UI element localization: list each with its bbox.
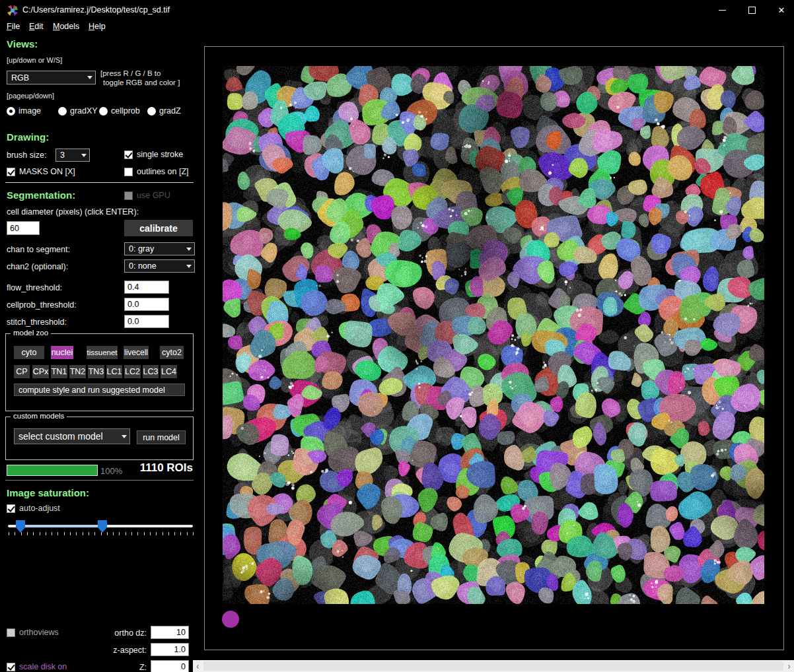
stitch-threshold-label: stitch_threshold: (7, 318, 67, 327)
flow-threshold-input[interactable] (124, 281, 169, 294)
minimize-icon (719, 10, 726, 11)
checkbox-box (7, 168, 15, 176)
horizontal-scrollbar[interactable]: ‹ › (193, 660, 794, 672)
chevron-down-icon (81, 154, 87, 157)
chan-to-segment-label: chan to segment: (7, 245, 70, 254)
model-cpx-button[interactable]: CPx (32, 365, 49, 378)
checkbox-box (7, 663, 15, 671)
z-input[interactable] (151, 660, 189, 672)
model-tn2-button[interactable]: TN2 (69, 365, 86, 378)
model-tissuenet-button[interactable]: tissuenet (87, 346, 118, 359)
brush-size-value: 3 (60, 151, 79, 160)
radio-dot (7, 107, 15, 116)
use-gpu-checkbox[interactable]: use GPU (124, 191, 170, 200)
calibrate-button[interactable]: calibrate (124, 220, 193, 236)
menu-help[interactable]: Help (89, 22, 106, 31)
ortho-dz-label: ortho dz: (99, 628, 147, 638)
scale-disk-checkbox[interactable]: scale disk on (7, 662, 67, 671)
single-stroke-checkbox[interactable]: single stroke (124, 150, 183, 159)
scroll-right-icon[interactable]: › (787, 661, 791, 671)
menu-bar: File Edit Models Help (0, 20, 794, 34)
saturation-slider-handle-high[interactable] (98, 520, 107, 533)
model-lc1-button[interactable]: LC1 (106, 365, 122, 378)
menu-edit[interactable]: Edit (29, 22, 44, 31)
chan2-select[interactable]: 0: none (124, 259, 195, 273)
scale-disk-label: scale disk on (19, 662, 67, 671)
auto-adjust-checkbox[interactable]: auto-adjust (7, 504, 60, 513)
window-title: C:/Users/ramirez.j/Desktop/test/cp_sd.ti… (22, 5, 170, 15)
rgb-hint-line1: [press R / G / B to (100, 69, 161, 77)
z-label: Z: (99, 663, 147, 672)
close-icon: ✕ (778, 6, 785, 15)
chan-to-segment-value: 0: gray (129, 244, 184, 253)
scrollbar-thumb[interactable] (203, 661, 783, 671)
radio-gradxy-label: gradXY (70, 106, 98, 116)
stitch-threshold-input[interactable] (124, 315, 169, 328)
app-icon (6, 4, 19, 17)
model-livecell-button[interactable]: livecell (124, 346, 149, 359)
orthoviews-checkbox[interactable]: orthoviews (7, 628, 59, 637)
flow-threshold-label: flow_threshold: (7, 283, 62, 292)
model-zoo-row1: cyto nuclei tissuenet livecell cyto2 (0, 346, 198, 359)
model-cyto-button[interactable]: cyto (14, 346, 44, 359)
model-zoo-title: model zoo (11, 329, 51, 337)
suggest-model-button[interactable]: compute style and run suggested model (14, 384, 185, 396)
model-lc2-button[interactable]: LC2 (124, 365, 141, 378)
maximize-icon (748, 7, 756, 14)
brush-size-select[interactable]: 3 (55, 149, 90, 162)
radio-dot (147, 107, 156, 116)
model-tn1-button[interactable]: TN1 (51, 365, 67, 378)
view-select-value: RGB (11, 73, 85, 83)
outlines-on-checkbox[interactable]: outlines on [Z] (124, 167, 189, 176)
model-lc3-button[interactable]: LC3 (143, 365, 159, 378)
checkbox-box (124, 191, 133, 200)
model-nuclei-button[interactable]: nuclei (51, 346, 73, 359)
model-zoo-row2: CP CPx TN1 TN2 TN3 LC1 LC2 LC3 LC4 (0, 365, 198, 378)
chan-to-segment-select[interactable]: 0: gray (124, 242, 195, 255)
single-stroke-label: single stroke (137, 150, 183, 159)
model-cyto2-button[interactable]: cyto2 (160, 346, 184, 359)
rgb-hint-line2: toggle RGB and color ] (103, 79, 180, 86)
radio-gradz[interactable]: gradZ (147, 106, 181, 116)
scale-disk (222, 611, 239, 628)
model-tn3-button[interactable]: TN3 (88, 365, 104, 378)
drawing-header: Drawing: (7, 131, 49, 143)
cell-diameter-input[interactable] (7, 221, 40, 235)
title-bar: C:/Users/ramirez.j/Desktop/test/cp_sd.ti… (0, 0, 794, 20)
checkbox-box (124, 168, 133, 176)
scroll-left-icon[interactable]: ‹ (196, 661, 199, 671)
radio-cellprob-label: cellprob (111, 106, 140, 116)
progress-bar (7, 465, 98, 476)
cellprob-threshold-input[interactable] (124, 298, 169, 311)
chevron-down-icon (87, 76, 92, 79)
use-gpu-label: use GPU (137, 191, 170, 200)
maximize-button[interactable] (737, 1, 766, 19)
radio-cellprob[interactable]: cellprob (99, 106, 140, 116)
run-model-button[interactable]: run model (137, 430, 186, 444)
model-lc4-button[interactable]: LC4 (161, 365, 177, 378)
model-cp-button[interactable]: CP (14, 365, 30, 378)
section-divider (5, 480, 194, 481)
masks-on-checkbox[interactable]: MASKS ON [X] (7, 167, 75, 176)
radio-image[interactable]: image (7, 106, 41, 116)
slider-tick-marks (9, 532, 194, 535)
chevron-down-icon (122, 435, 127, 438)
cell-image-canvas[interactable] (223, 66, 764, 604)
chan2-label: chan2 (optional): (7, 262, 68, 271)
updown-hint: [up/down or W/S] (7, 56, 62, 64)
outlines-on-label: outlines on [Z] (137, 167, 189, 176)
view-select[interactable]: RGB (7, 71, 96, 84)
z-aspect-label: z-aspect: (99, 646, 147, 655)
minimize-button[interactable] (707, 1, 737, 19)
z-aspect-input[interactable] (151, 643, 189, 656)
close-button[interactable]: ✕ (767, 1, 794, 19)
custom-models-title: custom models (11, 412, 67, 420)
chevron-down-icon (186, 265, 192, 268)
progress-fill (7, 465, 97, 475)
custom-model-select[interactable]: select custom model (14, 428, 130, 444)
menu-file[interactable]: File (7, 22, 20, 31)
saturation-slider-handle-low[interactable] (16, 520, 25, 533)
menu-models[interactable]: Models (53, 22, 79, 31)
ortho-dz-input[interactable] (151, 626, 189, 639)
radio-gradxy[interactable]: gradXY (58, 106, 98, 116)
